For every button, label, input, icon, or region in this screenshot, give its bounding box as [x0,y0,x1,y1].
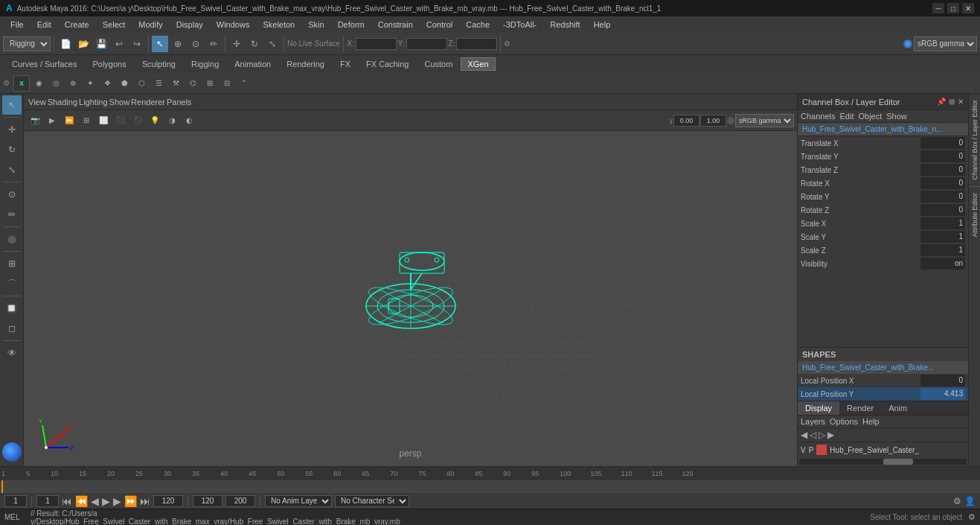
go-to-start-button[interactable]: ⏮ [62,495,72,507]
status-icon[interactable]: ⚙ [968,512,976,522]
channel-box-tab[interactable]: Channel Box / Layer Editor [970,94,980,186]
local-pos-x[interactable]: Local Position X 0 [798,374,968,387]
menu-modify[interactable]: Modify [132,19,168,31]
menu-display[interactable]: Display [170,19,209,31]
channel-rotate-z[interactable]: Rotate Z 0 [798,203,968,217]
tab-rigging[interactable]: Rigging [184,56,226,72]
vp-grid-icon[interactable]: ⊞ [78,112,95,129]
vp-smooth-icon[interactable]: ⬛ [112,112,129,129]
layer-p-label[interactable]: P [809,446,814,454]
start-frame-input[interactable] [36,495,59,507]
snap-curve-button[interactable]: ⌒ [2,274,22,293]
open-file-icon[interactable]: 📂 [75,36,92,52]
z-input[interactable] [456,38,497,50]
channel-translate-z[interactable]: Translate Z 0 [798,163,968,176]
tab-custom[interactable]: Custom [417,56,461,72]
rotate-icon[interactable]: ↻ [246,36,263,52]
play-button[interactable]: ▶ [102,495,110,507]
snap-grid-button[interactable]: ⊞ [2,254,22,273]
minimize-button[interactable]: ─ [932,3,944,13]
tab-display[interactable]: Display [798,401,839,415]
show-hide-button[interactable]: 👁 [2,343,22,363]
tab-xgen[interactable]: XGen [461,57,495,71]
cb-detach-icon[interactable]: ⊞ [949,98,955,106]
tab-rendering[interactable]: Rendering [279,56,332,72]
vp-light-icon[interactable]: 💡 [147,112,163,129]
translate-y-value[interactable]: 0 [920,150,965,162]
select-icon[interactable]: ↖ [152,36,168,52]
layers-menu-layers[interactable]: Layers [801,417,825,426]
shelf-icon-11[interactable]: ⌬ [185,75,201,92]
vp-colorspace-dropdown[interactable]: sRGB gamma [735,114,794,127]
rotate-x-value[interactable]: 0 [920,177,965,189]
layers-menu-help[interactable]: Help [862,417,880,426]
menu-cache[interactable]: Cache [460,19,496,31]
vp-shadow-icon[interactable]: ◑ [164,112,180,129]
go-to-end-button[interactable]: ⏭ [140,495,150,507]
save-file-icon[interactable]: 💾 [93,36,109,52]
layer-scrollbar-thumb[interactable] [883,459,913,465]
tab-animation[interactable]: Animation [227,56,278,72]
y-input[interactable] [406,38,447,50]
time-cursor[interactable] [1,480,3,493]
anim-layer-dropdown[interactable]: No Anim Layer [265,495,332,507]
tab-fx[interactable]: FX [333,56,358,72]
anim-prefs-icon[interactable]: ⚙ [953,496,961,506]
menu-control[interactable]: Control [420,19,458,31]
vp-playblast-icon[interactable]: ▶ [44,112,60,129]
snap-icon[interactable]: ⊕ [170,36,186,52]
shelf-icon-2[interactable]: ◉ [31,75,47,92]
current-frame-input[interactable] [4,495,27,507]
redo-icon[interactable]: ↪ [129,36,145,52]
vp-cam-icon[interactable]: 📷 [27,112,43,129]
render-button[interactable]: 🔲 [2,299,22,318]
soft-select-button[interactable]: ◎ [2,229,22,249]
menu-select[interactable]: Select [97,19,132,31]
shelf-icon-12[interactable]: ⊞ [202,75,218,92]
visibility-value[interactable]: on [920,258,965,270]
translate-x-value[interactable]: 0 [920,137,965,149]
end-frame-input[interactable] [153,495,183,507]
menu-3dtoall[interactable]: -3DToAll- [497,19,542,31]
channel-rotate-y[interactable]: Rotate Y 0 [798,190,968,203]
new-file-icon[interactable]: 📄 [57,36,74,52]
layer-v-label[interactable]: V [801,446,806,454]
vp-menu-show[interactable]: Show [109,98,130,106]
shelf-icon-13[interactable]: ⊟ [219,75,235,92]
cb-menu-object[interactable]: Object [858,112,882,121]
menu-windows[interactable]: Windows [211,19,256,31]
step-back-button[interactable]: ⏪ [75,495,88,507]
channel-translate-x[interactable]: Translate X 0 [798,136,968,150]
vp-ao-icon[interactable]: ◐ [181,112,197,129]
vp-wireframe-icon[interactable]: ⬜ [95,112,112,129]
rotate-z-value[interactable]: 0 [920,204,965,216]
scale-x-value[interactable]: 1 [920,217,965,229]
paint-icon[interactable]: ✏ [205,36,222,52]
cb-menu-channels[interactable]: Channels [801,112,835,121]
ipr-button[interactable]: ◻ [2,319,22,338]
paint-tool-button[interactable]: ✏ [2,205,22,224]
workspace-dropdown[interactable]: Rigging [3,36,51,51]
move-tool-button[interactable]: ✛ [2,120,22,139]
menu-help[interactable]: Help [588,19,617,31]
tab-curves-surfaces[interactable]: Curves / Surfaces [4,56,84,72]
scale-tool-button[interactable]: ⤡ [2,160,22,179]
cb-pin-icon[interactable]: 📌 [937,98,946,106]
tab-fx-caching[interactable]: FX Caching [359,56,416,72]
time-bar[interactable] [0,480,980,493]
layer-icon-2[interactable]: ◁ [810,430,816,440]
shelf-settings-icon[interactable]: ⚙ [3,79,10,87]
scale-icon[interactable]: ⤡ [264,36,281,52]
exposure-input[interactable] [700,115,726,127]
range-end-input[interactable] [225,495,255,507]
translate-z-value[interactable]: 0 [920,164,965,176]
script-mode-label[interactable]: MEL [4,513,31,521]
scale-z-value[interactable]: 1 [920,244,965,256]
cb-menu-show[interactable]: Show [886,112,907,121]
gamma-input[interactable] [673,115,699,127]
prev-frame-button[interactable]: ◀ [91,495,99,507]
undo-icon[interactable]: ↩ [111,36,127,52]
step-forward-button[interactable]: ⏩ [124,495,137,507]
menu-file[interactable]: File [4,19,30,31]
shelf-icon-6[interactable]: ❖ [99,75,115,92]
